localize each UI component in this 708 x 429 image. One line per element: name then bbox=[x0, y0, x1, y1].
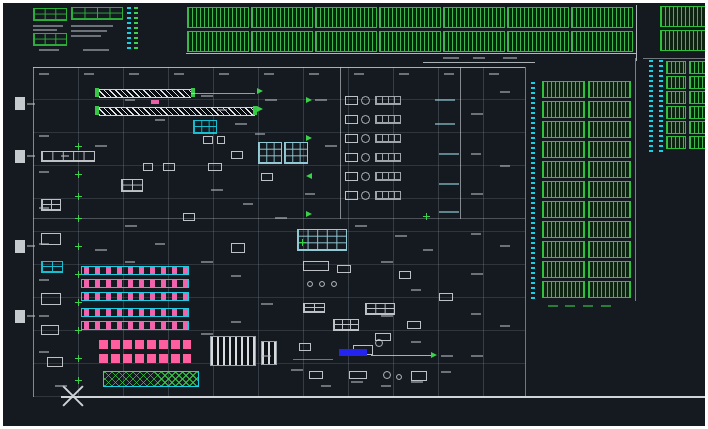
tiny-text-mark bbox=[435, 99, 455, 101]
storage-rack-block bbox=[689, 121, 708, 134]
tiny-text-mark bbox=[95, 145, 107, 147]
tiny-text-mark bbox=[315, 99, 327, 101]
storage-rack-block bbox=[542, 101, 585, 118]
equipment-box bbox=[345, 115, 358, 124]
tiny-text-mark bbox=[473, 57, 485, 59]
cyan-aisle-strip bbox=[649, 60, 653, 152]
drawing-line-v bbox=[636, 5, 637, 61]
equipment-box bbox=[47, 357, 63, 367]
equipment-box bbox=[208, 163, 222, 171]
storage-rack-block bbox=[443, 31, 505, 52]
tiny-text-mark bbox=[325, 145, 337, 147]
tiny-text-mark bbox=[125, 225, 137, 227]
tiny-text-mark bbox=[201, 261, 213, 263]
green-cross-marker bbox=[423, 213, 430, 220]
tiny-text-mark bbox=[471, 313, 481, 315]
storage-rack-block bbox=[689, 136, 708, 149]
storage-rack-block bbox=[588, 261, 631, 278]
equipment-box bbox=[163, 163, 175, 171]
pallet-dot-row bbox=[81, 308, 189, 317]
equipment-box bbox=[411, 371, 427, 381]
storage-rack-block bbox=[588, 161, 631, 178]
selected-object[interactable] bbox=[339, 349, 367, 356]
equipment-box bbox=[95, 88, 99, 97]
green-cross-marker bbox=[299, 239, 306, 246]
storage-rack-block bbox=[315, 31, 377, 52]
storage-rack-block bbox=[542, 201, 585, 218]
cyan-aisle-strip bbox=[659, 60, 663, 152]
green-cross-marker bbox=[75, 243, 82, 250]
tiny-text-mark bbox=[27, 245, 35, 247]
equipment-box bbox=[231, 151, 243, 159]
storage-rack-block bbox=[660, 6, 708, 27]
tiny-text-mark bbox=[71, 30, 107, 32]
tiny-text-mark bbox=[601, 305, 611, 307]
tiny-text-mark bbox=[439, 211, 459, 213]
storage-rack-block bbox=[443, 7, 505, 28]
tiny-text-mark bbox=[395, 235, 407, 237]
equipment-circle bbox=[361, 96, 370, 105]
equipment-box bbox=[337, 265, 351, 273]
tiny-text-mark bbox=[565, 305, 575, 307]
storage-rack-block bbox=[542, 181, 585, 198]
tiny-text-mark bbox=[441, 371, 451, 373]
storage-rack-block bbox=[542, 221, 585, 238]
mini-table bbox=[121, 179, 143, 192]
mini-table bbox=[193, 120, 217, 134]
green-cross-marker bbox=[75, 193, 82, 200]
mini-table bbox=[365, 303, 395, 315]
conveyor-belt bbox=[99, 107, 255, 116]
equipment-box bbox=[299, 343, 311, 351]
equipment-box bbox=[41, 293, 61, 305]
equipment-circle bbox=[319, 281, 325, 287]
tiny-text-mark bbox=[264, 73, 274, 75]
mini-table bbox=[258, 142, 282, 164]
storage-rack-block bbox=[542, 161, 585, 178]
tiny-text-mark bbox=[411, 289, 421, 291]
tiny-text-mark bbox=[39, 171, 49, 173]
storage-rack-block bbox=[542, 81, 585, 98]
storage-rack-block bbox=[588, 241, 631, 258]
tiny-text-mark bbox=[381, 385, 391, 387]
tiny-text-mark bbox=[471, 153, 481, 155]
equipment-box bbox=[41, 325, 59, 335]
tiny-text-mark bbox=[231, 275, 241, 277]
cad-drawing-canvas[interactable] bbox=[0, 0, 708, 429]
green-aisle-strip bbox=[134, 5, 138, 49]
equipment-box bbox=[15, 240, 25, 253]
tiny-text-mark bbox=[435, 123, 455, 125]
equipment-circle bbox=[361, 191, 370, 200]
tiny-text-mark bbox=[27, 103, 35, 105]
equipment-circle bbox=[375, 339, 383, 347]
storage-rack-block bbox=[689, 76, 708, 89]
tiny-text-mark bbox=[255, 133, 265, 135]
flow-arrow-icon bbox=[257, 88, 263, 94]
tiny-text-mark bbox=[261, 355, 271, 357]
tiny-text-mark bbox=[125, 99, 135, 101]
equipment-circle bbox=[361, 115, 370, 124]
equipment-box bbox=[15, 150, 25, 163]
tiny-text-mark bbox=[354, 73, 364, 75]
equipment-box bbox=[407, 321, 421, 329]
tiny-text-mark bbox=[444, 73, 454, 75]
tiny-text-mark bbox=[411, 381, 423, 383]
storage-rack-block bbox=[542, 141, 585, 158]
storage-rack-block bbox=[187, 31, 249, 52]
tiny-text-mark bbox=[27, 315, 35, 317]
drawing-line-h bbox=[643, 58, 708, 59]
pallet-solid-row bbox=[99, 340, 191, 349]
tiny-text-mark bbox=[265, 99, 277, 101]
tiny-text-mark bbox=[39, 73, 49, 75]
drawing-line-h bbox=[371, 355, 433, 356]
storage-rack-block bbox=[251, 7, 313, 28]
tiny-text-mark bbox=[39, 49, 59, 51]
tiny-text-mark bbox=[243, 203, 253, 205]
stairs-block bbox=[261, 341, 277, 365]
equipment-box bbox=[95, 106, 99, 115]
storage-rack-block bbox=[542, 121, 585, 138]
flow-arrow-icon bbox=[306, 211, 312, 217]
mini-table bbox=[41, 261, 63, 273]
cyan-aisle-strip bbox=[127, 5, 131, 49]
tiny-text-mark bbox=[55, 385, 67, 387]
green-cross-marker bbox=[75, 143, 82, 150]
